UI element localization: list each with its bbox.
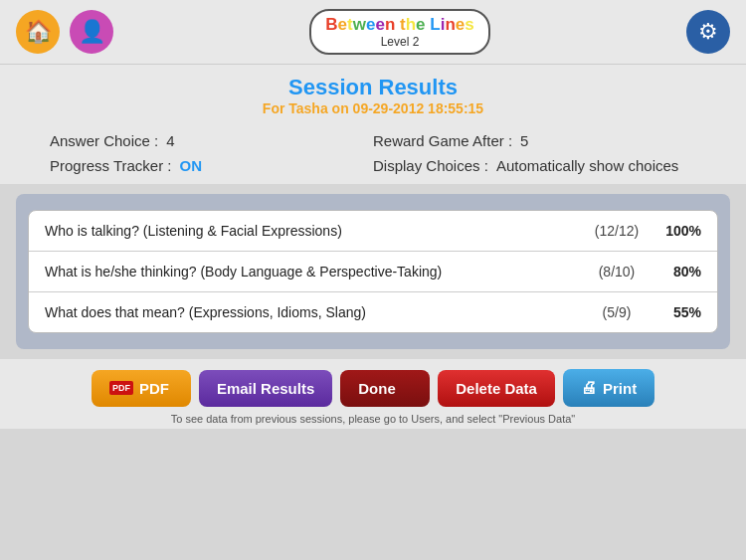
session-title-area: Session Results For Tasha on 09-29-2012 … <box>0 65 746 122</box>
info-grid: Answer Choice : 4 Reward Game After : 5 … <box>0 122 746 184</box>
row-description: Who is talking? (Listening & Facial Expr… <box>45 223 582 239</box>
print-icon: 🖨 <box>581 379 597 397</box>
email-button[interactable]: Email Results <box>199 370 332 407</box>
display-choices-row: Display Choices : Automatically show cho… <box>373 157 696 174</box>
pdf-button[interactable]: PDF PDF <box>92 370 191 407</box>
row-percent: 55% <box>652 304 701 320</box>
reward-game-value: 5 <box>520 132 528 149</box>
logo-level: Level 2 <box>325 35 473 49</box>
print-label: Print <box>603 380 637 397</box>
answer-choice-row: Answer Choice : 4 <box>50 132 373 149</box>
row-description: What does that mean? (Expressions, Idiom… <box>45 304 582 320</box>
progress-tracker-row: Progress Tracker : ON <box>50 157 373 174</box>
done-label: Done <box>358 380 396 397</box>
print-button[interactable]: 🖨 Print <box>563 369 654 407</box>
row-description: What is he/she thinking? (Body Language … <box>45 264 582 280</box>
table-row: Who is talking? (Listening & Facial Expr… <box>29 211 717 252</box>
footer-note: To see data from previous sessions, plea… <box>171 413 575 425</box>
done-button[interactable]: Done <box>340 370 430 407</box>
home-icon: 🏠 <box>25 19 52 45</box>
delete-button[interactable]: Delete Data <box>438 370 555 407</box>
table-row: What does that mean? (Expressions, Idiom… <box>29 292 717 332</box>
session-results-title: Session Results <box>0 75 746 100</box>
answer-choice-label: Answer Choice : <box>50 132 158 149</box>
session-results-subtitle: For Tasha on 09-29-2012 18:55:15 <box>0 100 746 116</box>
row-score: (5/9) <box>582 304 652 320</box>
gear-button[interactable]: ⚙ <box>686 10 730 54</box>
progress-tracker-label: Progress Tracker : <box>50 157 172 174</box>
progress-tracker-value: ON <box>180 157 203 174</box>
results-area: Who is talking? (Listening & Facial Expr… <box>16 194 730 349</box>
results-table: Who is talking? (Listening & Facial Expr… <box>28 210 718 333</box>
reward-game-label: Reward Game After : <box>373 132 512 149</box>
pdf-label: PDF <box>139 380 169 397</box>
email-label: Email Results <box>217 380 314 397</box>
answer-choice-value: 4 <box>166 132 174 149</box>
reward-game-row: Reward Game After : 5 <box>373 132 696 149</box>
home-button[interactable]: 🏠 <box>16 10 60 54</box>
user-button[interactable]: 👤 <box>70 10 113 54</box>
table-row: What is he/she thinking? (Body Language … <box>29 252 717 292</box>
row-percent: 80% <box>652 264 701 280</box>
header: 🏠 👤 Between the Lines Level 2 ⚙ <box>0 0 746 65</box>
display-choices-value: Automatically show choices <box>496 157 678 174</box>
display-choices-label: Display Choices : <box>373 157 488 174</box>
user-icon: 👤 <box>79 19 105 45</box>
footer-buttons: PDF PDF Email Results Done Delete Data 🖨… <box>92 369 654 407</box>
row-score: (12/12) <box>582 223 652 239</box>
delete-label: Delete Data <box>456 380 537 397</box>
row-percent: 100% <box>652 223 701 239</box>
row-score: (8/10) <box>582 264 652 280</box>
pdf-icon: PDF <box>109 381 133 395</box>
footer: PDF PDF Email Results Done Delete Data 🖨… <box>0 359 746 429</box>
app-logo: Between the Lines Level 2 <box>309 9 489 55</box>
gear-icon: ⚙ <box>698 19 718 45</box>
